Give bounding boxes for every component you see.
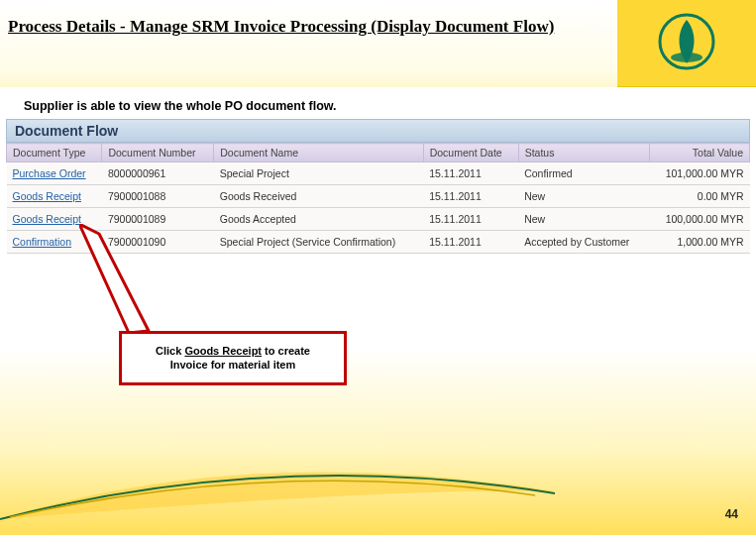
cell-doc-number: 7900001089 [102, 208, 214, 231]
decorative-swoosh-icon [0, 452, 756, 521]
background-gradient [0, 347, 756, 535]
cell-doc-date: 15.11.2011 [423, 162, 518, 185]
col-doc-date: Document Date [423, 144, 518, 162]
doc-type-link[interactable]: Goods Receipt [7, 208, 102, 231]
cell-status: Confirmed [518, 162, 649, 185]
slide-subtitle: Supplier is able to view the whole PO do… [24, 99, 337, 113]
section-header: Document Flow [6, 119, 750, 143]
instruction-callout: Click Goods Receipt to create Invoice fo… [119, 331, 347, 385]
callout-prefix: Click [156, 345, 184, 357]
col-status: Status [518, 144, 649, 162]
document-flow-section: Document Flow Document Type Document Num… [6, 119, 750, 254]
doc-type-link[interactable]: Goods Receipt [7, 185, 102, 208]
cell-value: 100,000.00 MYR [649, 208, 749, 231]
cell-doc-date: 15.11.2011 [423, 231, 518, 254]
table-row: Goods Receipt 7900001089 Goods Accepted … [7, 208, 750, 231]
cell-doc-name: Goods Accepted [214, 208, 423, 231]
cell-status: New [518, 208, 649, 231]
cell-value: 101,000.00 MYR [649, 162, 749, 185]
cell-value: 0.00 MYR [649, 185, 749, 208]
cell-doc-number: 7900001090 [102, 231, 214, 254]
table-row: Goods Receipt 7900001088 Goods Received … [7, 185, 750, 208]
svg-point-1 [671, 53, 702, 62]
callout-link-text: Goods Receipt [184, 345, 262, 357]
cell-doc-number: 7900001088 [102, 185, 214, 208]
page-number: 44 [725, 507, 738, 521]
cell-doc-name: Special Project [214, 162, 423, 185]
col-doc-number: Document Number [102, 144, 214, 162]
logo-area [617, 0, 756, 87]
table-row: Confirmation 7900001090 Special Project … [7, 231, 750, 254]
cell-doc-date: 15.11.2011 [423, 185, 518, 208]
col-total-value: Total Value [649, 144, 749, 162]
cell-doc-name: Special Project (Service Confirmation) [214, 231, 423, 254]
doc-type-link[interactable]: Purchase Order [7, 162, 102, 185]
cell-doc-number: 8000000961 [102, 162, 214, 185]
document-flow-table: Document Type Document Number Document N… [6, 143, 750, 254]
col-doc-type: Document Type [7, 144, 102, 162]
cell-status: Accepted by Customer [518, 231, 649, 254]
table-row: Purchase Order 8000000961 Special Projec… [7, 162, 750, 185]
col-doc-name: Document Name [214, 144, 423, 162]
cell-status: New [518, 185, 649, 208]
petronas-logo-icon [657, 12, 716, 71]
cell-doc-date: 15.11.2011 [423, 208, 518, 231]
doc-type-link[interactable]: Confirmation [7, 231, 102, 254]
slide-title: Process Details - Manage SRM Invoice Pro… [8, 16, 593, 38]
table-header-row: Document Type Document Number Document N… [7, 144, 750, 162]
cell-doc-name: Goods Received [214, 185, 423, 208]
cell-value: 1,000.00 MYR [649, 231, 749, 254]
